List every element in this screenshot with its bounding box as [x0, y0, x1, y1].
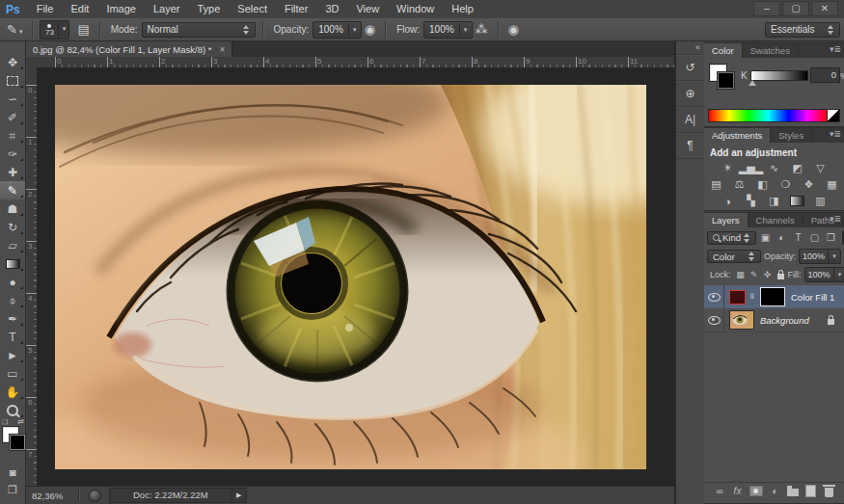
panel-menu-icon[interactable]: ▾≣: [830, 44, 841, 54]
close-button[interactable]: ✕: [811, 1, 838, 16]
workspace-switcher[interactable]: Essentials: [765, 22, 840, 38]
pressure-size-icon[interactable]: ◉: [508, 22, 519, 37]
background-color-swatch[interactable]: [718, 72, 734, 89]
quick-selection-tool[interactable]: ✐: [0, 108, 25, 126]
opacity-input[interactable]: 100% ▾: [313, 21, 362, 39]
flow-dropdown-icon[interactable]: ▾: [459, 23, 472, 37]
brush-size-picker[interactable]: 73 ▾: [40, 20, 69, 40]
layer-opacity-dropdown-icon[interactable]: ▾: [828, 250, 840, 263]
layer-opacity-input[interactable]: 100% ▾: [799, 249, 841, 264]
menu-item-file[interactable]: File: [28, 0, 63, 18]
k-slider-handle[interactable]: [749, 80, 756, 86]
brush-tool[interactable]: ✎: [0, 181, 25, 199]
menu-item-window[interactable]: Window: [388, 0, 443, 18]
dodge-tool[interactable]: ⌽: [0, 291, 25, 309]
layers-tab-layers[interactable]: Layers: [704, 213, 749, 227]
layer-image-thumbnail[interactable]: [729, 310, 754, 330]
doc-size-info[interactable]: Doc: 2.22M/2.22M: [109, 488, 232, 503]
pressure-opacity-icon[interactable]: ◉: [365, 22, 375, 37]
threshold-icon[interactable]: ◨: [766, 194, 782, 208]
photo-filter-icon[interactable]: ❍: [777, 177, 794, 192]
posterize-icon[interactable]: ▚: [743, 194, 759, 208]
new-group-icon[interactable]: [787, 485, 799, 498]
new-layer-icon[interactable]: [805, 485, 817, 498]
swap-colors-icon[interactable]: ⇄: [17, 417, 24, 426]
history-brush-tool[interactable]: ↻: [0, 218, 25, 236]
filter-pixel-layers-icon[interactable]: ▣: [758, 231, 773, 245]
brush-size-dropdown-icon[interactable]: ▾: [58, 21, 68, 39]
menu-item-edit[interactable]: Edit: [62, 0, 97, 18]
blend-mode-select[interactable]: Normal: [142, 22, 256, 38]
brightness-contrast-icon[interactable]: ☀: [720, 161, 736, 175]
rectangular-marquee-tool[interactable]: [0, 71, 25, 90]
adjustments-tab-styles[interactable]: Styles: [771, 128, 812, 143]
status-options-arrow-icon[interactable]: ▶: [232, 488, 247, 503]
default-colors-icon[interactable]: ❏: [2, 418, 8, 426]
lock-all-icon[interactable]: [775, 268, 788, 281]
layer-blend-mode-select[interactable]: Color: [707, 250, 761, 263]
vibrance-icon[interactable]: ▽: [812, 161, 829, 175]
gradient-map-icon[interactable]: [789, 194, 805, 208]
color-balance-icon[interactable]: ⚖: [731, 177, 748, 192]
levels-icon[interactable]: ▂▅▂: [743, 161, 759, 175]
new-adjustment-layer-icon[interactable]: ◐: [770, 485, 781, 498]
pasteboard[interactable]: [37, 67, 674, 487]
document-tab[interactable]: 0.jpg @ 82,4% (Color Fill 1, Layer Mask/…: [26, 41, 232, 57]
type-tool[interactable]: T: [0, 328, 25, 346]
menu-item-view[interactable]: View: [347, 0, 388, 18]
menu-item-type[interactable]: Type: [189, 0, 230, 18]
tool-preset-brush-icon[interactable]: ✎▾: [7, 22, 22, 37]
background-color-swatch[interactable]: [10, 435, 25, 450]
screen-mode-button[interactable]: ❐: [0, 481, 25, 498]
lasso-tool[interactable]: ∽: [0, 90, 25, 108]
status-circle-icon[interactable]: [89, 490, 101, 502]
filter-adjustment-layers-icon[interactable]: ◐: [775, 231, 789, 245]
menu-item-3d[interactable]: 3D: [316, 0, 347, 18]
layer-row[interactable]: Background: [704, 308, 844, 332]
paragraph-panel-icon[interactable]: ¶: [676, 133, 704, 159]
lock-transparent-pixels-icon[interactable]: ▦: [734, 268, 748, 281]
lock-position-icon[interactable]: ✜: [761, 268, 775, 281]
add-layer-mask-icon[interactable]: [749, 485, 763, 498]
clone-source-panel-icon[interactable]: ⊕: [676, 81, 704, 107]
layers-tab-channels[interactable]: Channels: [749, 213, 803, 227]
flow-input[interactable]: 100% ▾: [423, 21, 473, 39]
curves-icon[interactable]: ∿: [766, 161, 782, 175]
hue-saturation-icon[interactable]: ▤: [708, 177, 724, 192]
collapse-panels-icon[interactable]: «: [676, 41, 704, 55]
menu-item-filter[interactable]: Filter: [276, 0, 316, 18]
eyedropper-tool[interactable]: ✑: [0, 145, 25, 163]
move-tool[interactable]: ✥: [0, 53, 25, 71]
maximize-button[interactable]: ▢: [782, 1, 809, 16]
layer-row[interactable]: ∞Color Fill 1: [704, 285, 844, 309]
airbrush-icon[interactable]: ⁂: [476, 22, 488, 37]
color-spectrum-ramp[interactable]: [708, 109, 829, 122]
invert-icon[interactable]: ◑: [720, 194, 736, 208]
selective-color-icon[interactable]: ▥: [812, 194, 829, 208]
character-panel-icon[interactable]: A|: [676, 107, 704, 133]
menu-item-layer[interactable]: Layer: [145, 0, 189, 18]
eraser-tool[interactable]: ▱: [0, 236, 25, 254]
k-slider[interactable]: [750, 70, 808, 81]
color-lookup-icon[interactable]: ▦: [824, 177, 840, 192]
menu-item-help[interactable]: Help: [443, 0, 482, 18]
zoom-level-field[interactable]: 82,36%: [26, 491, 74, 501]
history-panel-icon[interactable]: ↺: [676, 55, 704, 81]
color-tab-color[interactable]: Color: [704, 43, 743, 58]
canvas-image[interactable]: [55, 85, 646, 469]
adjustments-tab-adjustments[interactable]: Adjustments: [704, 128, 771, 143]
pen-tool[interactable]: ✒: [0, 309, 25, 328]
layer-mask-thumbnail[interactable]: [760, 287, 785, 306]
tab-close-icon[interactable]: ×: [219, 44, 225, 55]
blur-tool[interactable]: ●: [0, 273, 25, 291]
minimize-button[interactable]: –: [753, 1, 780, 16]
link-layers-icon[interactable]: ∞: [714, 485, 725, 498]
path-selection-tool[interactable]: ►: [0, 346, 25, 364]
color-tab-swatches[interactable]: Swatches: [743, 43, 799, 58]
black-white-icon[interactable]: ◧: [754, 177, 771, 192]
gradient-tool[interactable]: [0, 254, 25, 273]
spot-healing-brush-tool[interactable]: ✚: [0, 163, 25, 181]
spectrum-bw-chips[interactable]: [827, 109, 840, 122]
delete-layer-icon[interactable]: [823, 485, 834, 498]
exposure-icon[interactable]: ◩: [789, 161, 805, 175]
